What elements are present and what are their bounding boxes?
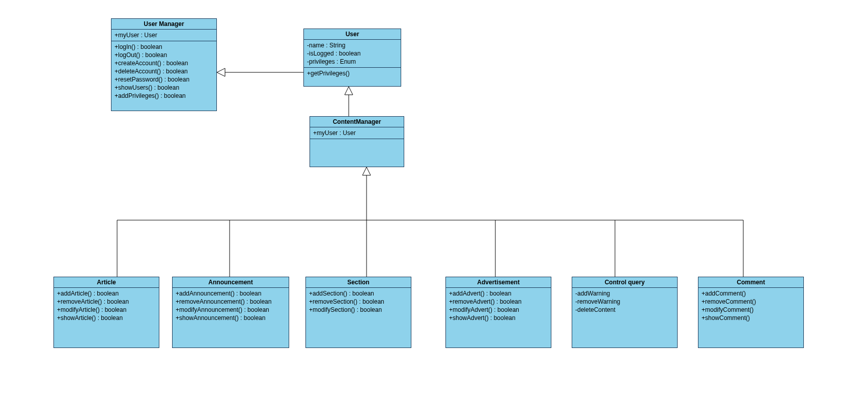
attr: +myUser : User [115, 31, 213, 39]
class-methods: +logIn() : boolean +logOut() : boolean +… [111, 41, 216, 101]
method: +showAnnouncement() : boolean [176, 314, 286, 322]
gen-contentmanager-user [345, 87, 353, 116]
method: +getPrivileges() [307, 69, 398, 77]
gen-subclasses-contentmanager [117, 167, 743, 277]
class-user-manager: User Manager +myUser : User +logIn() : b… [111, 18, 217, 111]
method: +modifyAdvert() : boolean [449, 306, 548, 314]
method: +addPrivileges() : boolean [115, 92, 213, 100]
class-content-manager: ContentManager +myUser : User [310, 116, 404, 167]
class-methods [310, 139, 404, 163]
method: +addComment() [702, 289, 800, 298]
method: +removeArticle() : boolean [57, 298, 156, 306]
method: +logIn() : boolean [115, 43, 213, 51]
class-advertisement: Advertisement +addAdvert() : boolean +re… [445, 277, 551, 348]
method: +showComment() [702, 314, 800, 322]
method: +deleteAccount() : boolean [115, 67, 213, 75]
method: +modifyArticle() : boolean [57, 306, 156, 314]
class-control-query: Control query -addWarning -removeWarning… [572, 277, 678, 348]
class-section-class: Section +addSection() : boolean +removeS… [305, 277, 411, 348]
method: +addArticle() : boolean [57, 289, 156, 298]
method: +modifyAnnouncement() : boolean [176, 306, 286, 314]
class-announcement: Announcement +addAnnouncement() : boolea… [172, 277, 289, 348]
method: +modifyComment() [702, 306, 800, 314]
class-methods: +getPrivileges() [304, 68, 401, 79]
method: +createAccount() : boolean [115, 59, 213, 67]
class-methods: +addAnnouncement() : boolean +removeAnno… [173, 288, 289, 324]
assoc-user-usermanager [217, 68, 303, 76]
attr: -isLogged : boolean [307, 49, 398, 58]
method: +addAnnouncement() : boolean [176, 289, 286, 298]
attr: -name : String [307, 41, 398, 49]
method: +showUsers() : boolean [115, 84, 213, 92]
class-user: User -name : String -isLogged : boolean … [303, 29, 401, 87]
attr: -privileges : Enum [307, 58, 398, 66]
method: +removeComment() [702, 298, 800, 306]
method: +logOut() : boolean [115, 51, 213, 59]
attr: +myUser : User [313, 129, 401, 137]
class-attributes: +myUser : User [111, 30, 216, 41]
class-title: User [304, 29, 401, 40]
class-title: ContentManager [310, 117, 404, 127]
class-title: User Manager [111, 19, 216, 30]
class-comment: Comment +addComment() +removeComment() +… [698, 277, 804, 348]
class-article: Article +addArticle() : boolean +removeA… [53, 277, 159, 348]
class-methods: +addArticle() : boolean +removeArticle()… [54, 288, 159, 324]
class-title: Comment [698, 277, 803, 288]
method: +removeAnnouncement() : boolean [176, 298, 286, 306]
class-methods: +addAdvert() : boolean +removeAdvert() :… [446, 288, 551, 324]
method: +removeAdvert() : boolean [449, 298, 548, 306]
method: +modifySection() : boolean [309, 306, 408, 314]
method: +addSection() : boolean [309, 289, 408, 298]
class-title: Section [306, 277, 411, 288]
class-methods: +addSection() : boolean +removeSection()… [306, 288, 411, 315]
class-title: Control query [572, 277, 677, 288]
class-attributes: -name : String -isLogged : boolean -priv… [304, 40, 401, 68]
class-attributes: +myUser : User [310, 127, 404, 139]
method: +showArticle() : boolean [57, 314, 156, 322]
method: +addAdvert() : boolean [449, 289, 548, 298]
method: +resetPassword() : boolean [115, 75, 213, 84]
class-methods: +addComment() +removeComment() +modifyCo… [698, 288, 803, 324]
class-title: Announcement [173, 277, 289, 288]
method: +removeSection() : boolean [309, 298, 408, 306]
method: +showAdvert() : boolean [449, 314, 548, 322]
class-title: Article [54, 277, 159, 288]
class-methods: -addWarning -removeWarning -deleteConten… [572, 288, 677, 315]
class-title: Advertisement [446, 277, 551, 288]
method: -deleteContent [575, 306, 674, 314]
method: -removeWarning [575, 298, 674, 306]
method: -addWarning [575, 289, 674, 298]
